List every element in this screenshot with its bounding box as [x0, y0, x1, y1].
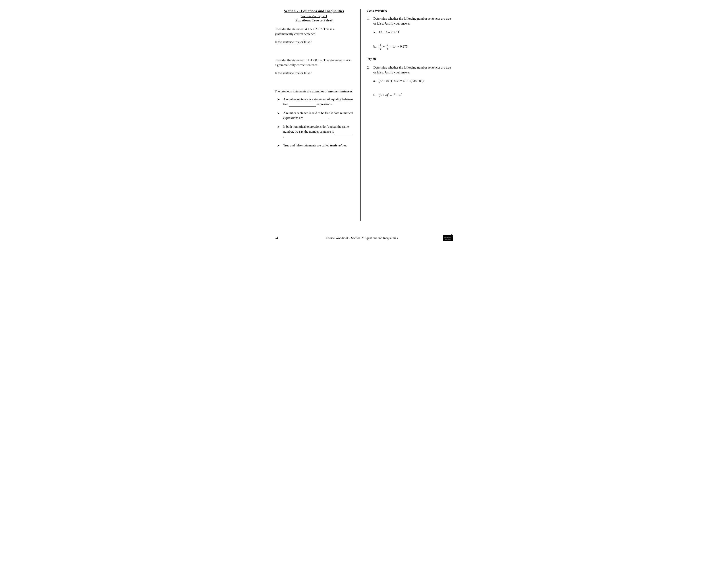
intro-end: . — [352, 89, 353, 93]
problem1-number: 1. — [367, 16, 371, 26]
superscript-2c: 2 — [400, 93, 402, 95]
problem2b-label: b. — [373, 93, 379, 98]
number-sentences-bold: number sentences — [328, 89, 352, 93]
superscript-2: 2 — [388, 93, 389, 95]
footer-text: Course Workbook - Section 2: Equations a… — [284, 236, 440, 240]
arrow-icon: ➤ — [277, 97, 282, 102]
problem1b-label: b. — [373, 44, 379, 49]
bullet1-text: A number sentence is a statement of equa… — [283, 97, 353, 107]
bullet-list: ➤ A number sentence is a statement of eq… — [275, 97, 353, 148]
problem1a: a. 13 + 4 = 7 + 11 — [373, 30, 453, 35]
logo-container: ALGEBRANATION — [440, 235, 453, 241]
arrow-icon: ➤ — [277, 124, 282, 129]
question2: Is the sentence true or false? — [275, 71, 353, 76]
problem2: 2. Determine whether the following numbe… — [367, 65, 453, 98]
algebra-nation-logo: ALGEBRANATION — [443, 235, 453, 241]
problem2-header: 2. Determine whether the following numbe… — [367, 65, 453, 75]
problem1a-equation: 13 + 4 = 7 + 11 — [379, 30, 399, 35]
page-number: 24 — [275, 236, 284, 240]
subtitle: Equations: True or False? — [275, 19, 353, 22]
problem2b-equation: (6 + 4)2 = 62 + 42 — [379, 92, 402, 98]
blank3 — [335, 131, 353, 134]
problem1b: b. 1 2 + 5 8 = 1.4 − 0.275 — [373, 44, 453, 50]
right-column: Let's Practice! 1. Determine whether the… — [361, 9, 453, 221]
problem1: 1. Determine whether the following numbe… — [367, 16, 453, 50]
problem2-description: Determine whether the following number s… — [373, 65, 453, 75]
number-sentences-intro: The previous statements are examples of … — [275, 89, 353, 94]
lets-practice-label: Let's Practice! — [367, 9, 453, 13]
intro-text: The previous statements are examples of — [275, 89, 328, 93]
problem1b-equation: 1 2 + 5 8 = 1.4 − 0.275 — [379, 44, 408, 50]
list-item: ➤ A number sentence is said to be true i… — [277, 111, 353, 120]
list-item: ➤ True and false statements are called t… — [277, 143, 353, 148]
list-item: ➤ A number sentence is a statement of eq… — [277, 97, 353, 107]
problem1a-label: a. — [373, 30, 379, 35]
list-item: ➤ If both numerical expressions don't eq… — [277, 124, 353, 139]
paragraph1: Consider the statement 4 + 5 = 2 + 7. Th… — [275, 27, 353, 37]
problem2b: b. (6 + 4)2 = 62 + 42 — [373, 92, 453, 98]
try-it-label: Try It! — [367, 57, 453, 61]
left-column: Section 2: Equations and Inequalities Se… — [275, 9, 361, 221]
problem2a: a. (83 · 401) · 638 = 401 · (638 · 83) — [373, 78, 453, 83]
superscript-2b: 2 — [394, 93, 395, 95]
problem2a-label: a. — [373, 79, 379, 83]
problem2a-equation: (83 · 401) · 638 = 401 · (638 · 83) — [379, 78, 424, 83]
question1: Is the sentence true or false? — [275, 40, 353, 45]
page: Section 2: Equations and Inequalities Se… — [264, 0, 465, 245]
arrow-icon: ➤ — [277, 143, 282, 148]
problem2-number: 2. — [367, 65, 371, 75]
fraction-five-eighths: 5 8 — [386, 44, 388, 50]
problem1-header: 1. Determine whether the following numbe… — [367, 16, 453, 26]
footer: 24 Course Workbook - Section 2: Equation… — [264, 235, 465, 241]
bullet4-text: True and false statements are called tru… — [283, 143, 347, 148]
problem1-description: Determine whether the following number s… — [373, 16, 453, 26]
bullet2-text: A number sentence is said to be true if … — [283, 111, 353, 120]
topic-title: Section 2 – Topic 1 — [275, 14, 353, 18]
section-title: Section 2: Equations and Inequalities — [275, 9, 353, 13]
blank2 — [304, 117, 328, 120]
paragraph2: Consider the statement 1 + 3 = 8 + 6. Th… — [275, 58, 353, 68]
truth-values-bold: truth values — [330, 143, 346, 147]
fraction-half: 1 2 — [379, 44, 382, 50]
arrow-icon: ➤ — [277, 111, 282, 116]
bullet3-text: If both numerical expressions don't equa… — [283, 124, 353, 139]
blank1 — [289, 103, 316, 107]
